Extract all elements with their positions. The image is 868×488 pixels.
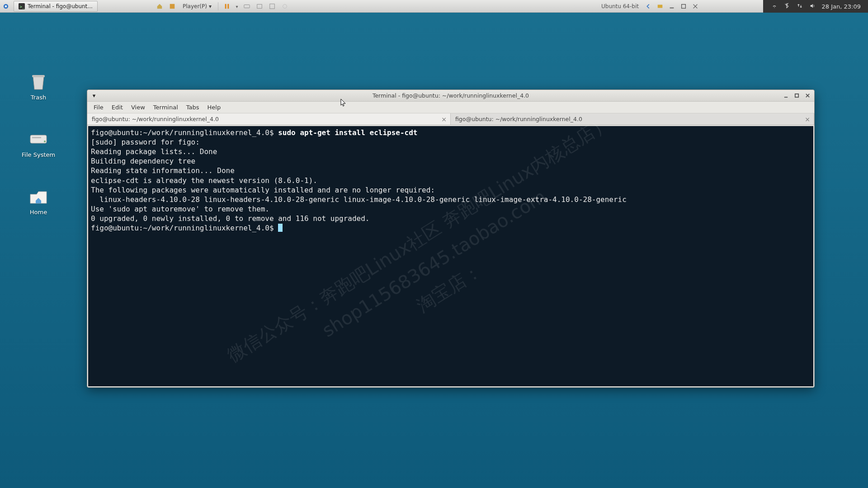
svg-point-17 [44,141,46,142]
maximize-icon[interactable] [793,92,801,100]
window-titlebar[interactable]: ▾ Terminal - figo@ubuntu: ~/work/running… [87,90,814,102]
desktop-icon-label: Trash [31,94,46,101]
terminal-window: ▾ Terminal - figo@ubuntu: ~/work/running… [87,89,815,388]
menu-help[interactable]: Help [204,103,225,112]
tab-close-icon[interactable]: × [805,116,810,123]
volume-icon[interactable] [809,3,816,10]
separator [218,2,218,10]
svg-rect-9 [270,4,275,9]
terminal-prompt: figo@ubuntu:~/work/runninglinuxkernel_4.… [91,224,278,232]
vm-snapshot-icon[interactable] [254,1,265,11]
terminal-line: Building dependency tree [91,157,195,165]
vm-player-toolbar: Player(P) ▾ ▾ [154,0,291,13]
svg-rect-5 [225,4,226,9]
menu-edit[interactable]: Edit [108,103,127,112]
svg-rect-13 [682,5,686,9]
svg-point-1 [5,5,7,7]
svg-rect-11 [658,5,663,8]
menu-file[interactable]: File [90,103,107,112]
terminal-tab[interactable]: figo@ubuntu: ~/work/runninglinuxkernel_4… [451,113,814,125]
svg-rect-4 [170,4,175,9]
vm-settings-icon[interactable] [166,1,178,11]
menu-tabs[interactable]: Tabs [183,103,203,112]
menu-view[interactable]: View [127,103,149,112]
terminal-line: 0 upgraded, 0 newly installed, 0 to remo… [91,214,370,223]
top-panel: >_ Terminal - figo@ubunt... [0,0,868,13]
svg-rect-16 [32,137,41,138]
menubar: File Edit View Terminal Tabs Help [87,102,814,113]
window-title: Terminal - figo@ubuntu: ~/work/runningli… [87,92,814,99]
terminal-command: sudo apt-get install eclipse-cdt [278,128,417,137]
host-system-tray: 28 Jan, 23:09 [763,0,868,13]
vm-right-controls: Ubuntu 64-bit [601,0,704,13]
whisker-menu-icon[interactable] [0,1,11,12]
close-icon[interactable] [803,92,811,100]
svg-rect-8 [257,5,262,9]
terminal-prompt: figo@ubuntu:~/work/runninglinuxkernel_4.… [91,128,278,137]
desktop-icon-label: File System [22,151,55,158]
terminal-tab[interactable]: figo@ubuntu: ~/work/runninglinuxkernel_4… [87,113,451,125]
terminal-line: Reading package lists... Done [91,147,217,156]
terminal-line: The following packages were automaticall… [91,186,435,194]
terminal-line: eclipse-cdt is already the newest versio… [91,176,317,185]
taskbar-app-terminal[interactable]: >_ Terminal - figo@ubunt... [14,1,98,12]
window-controls [782,92,811,100]
terminal-body[interactable]: figo@ubuntu:~/work/runninglinuxkernel_4.… [88,126,813,386]
terminal-line: Use 'sudo apt autoremove' to remove them… [91,205,269,213]
vm-back-icon[interactable] [643,1,653,11]
terminal-line: Reading state information... Done [91,166,235,175]
svg-rect-7 [244,5,250,8]
drive-icon [28,130,49,149]
terminal-icon: >_ [19,3,25,9]
vm-fullscreen-icon[interactable] [266,1,278,11]
svg-rect-14 [32,75,45,77]
menu-terminal[interactable]: Terminal [150,103,182,112]
tab-close-icon[interactable]: × [441,116,447,123]
bluetooth-icon[interactable] [784,3,790,10]
vm-device-icon[interactable] [655,1,665,11]
svg-text:>_: >_ [20,4,25,9]
vm-pause-icon[interactable] [221,1,233,11]
desktop-icon-filesystem[interactable]: File System [18,130,59,158]
updown-icon[interactable] [797,3,803,10]
svg-point-10 [283,5,287,9]
vm-os-label: Ubuntu 64-bit [601,3,639,9]
minimize-icon[interactable] [782,92,790,100]
terminal-cursor [278,224,283,232]
desktop-icon-home[interactable]: Home [18,187,59,216]
trash-icon [28,72,49,91]
close-icon[interactable] [690,1,700,11]
svg-rect-19 [795,94,798,97]
terminal-line: [sudo] password for figo: [91,138,200,146]
svg-rect-6 [227,4,229,9]
tab-label: figo@ubuntu: ~/work/runninglinuxkernel_4… [455,116,582,122]
panel-left: >_ Terminal - figo@ubunt... [0,0,98,12]
vm-send-ctrlaltdel-icon[interactable] [241,1,253,11]
home-folder-icon [28,187,49,206]
window-menu-icon[interactable]: ▾ [90,92,98,99]
desktop-icon-trash[interactable]: Trash [18,72,59,101]
vm-player-label: Player(P) [183,3,207,9]
vm-home-icon[interactable] [154,1,165,11]
maximize-icon[interactable] [679,1,689,11]
terminal-line: linux-headers-4.10.0-28 linux-headers-4.… [91,195,627,204]
chevron-down-icon[interactable]: ▾ [234,1,240,11]
chevron-down-icon: ▾ [209,3,212,9]
vm-player-dropdown[interactable]: Player(P) ▾ [179,1,215,11]
tab-label: figo@ubuntu: ~/work/runninglinuxkernel_4… [92,116,219,122]
network-icon[interactable] [771,3,778,10]
minimize-icon[interactable] [667,1,677,11]
vm-unity-icon[interactable] [279,1,291,11]
desktop-icon-label: Home [30,209,47,216]
terminal-tabbar: figo@ubuntu: ~/work/runninglinuxkernel_4… [87,113,814,125]
desktop-icons: Trash File System Home [18,72,59,216]
clock-label[interactable]: 28 Jan, 23:09 [822,3,861,10]
taskbar-app-label: Terminal - figo@ubunt... [28,3,93,9]
